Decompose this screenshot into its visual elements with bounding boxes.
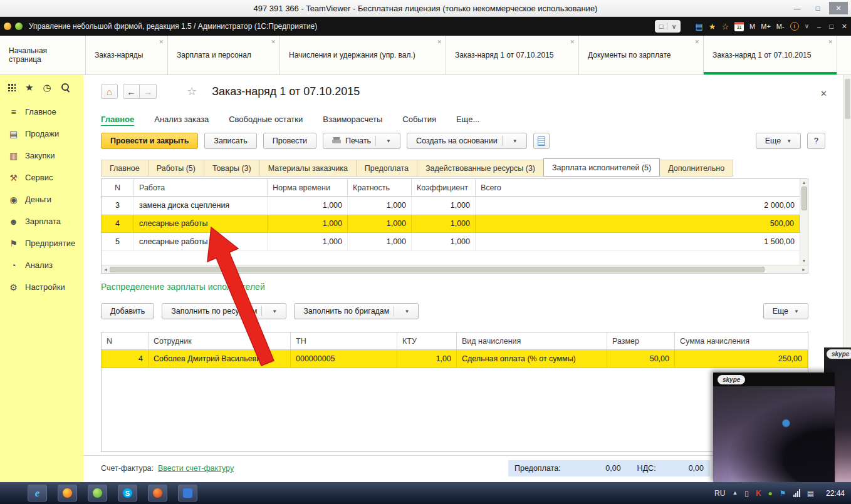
cell-employee[interactable]: Соболев Дмитрий Васильевич (149, 350, 291, 368)
column-header[interactable]: N (102, 332, 149, 349)
sidebar-item-analysis[interactable]: ◔ Анализ (0, 254, 83, 276)
close-tab-icon[interactable]: ✕ (271, 39, 276, 45)
cell-norm[interactable]: 1,000 (268, 215, 348, 233)
scroll-up-icon[interactable]: ▲ (802, 179, 807, 187)
status-green-icon[interactable]: ● (768, 490, 773, 497)
tab-works[interactable]: Работы (5) (148, 160, 204, 177)
close-tab-icon[interactable]: ✕ (437, 39, 442, 45)
close-icon[interactable]: ✕ (829, 2, 848, 14)
cell-n[interactable]: 5 (102, 233, 134, 251)
more-button[interactable]: Еще ▼ (756, 133, 801, 149)
column-header[interactable]: Норма времени (268, 179, 348, 196)
tab-customer-materials[interactable]: Материалы заказчика (259, 160, 356, 177)
sidebar-item-sales[interactable]: ▤ Продажи (0, 123, 83, 145)
horizontal-scrollbar[interactable]: ◄ ► (102, 265, 808, 273)
sidebar-item-purchases[interactable]: ▥ Закупки (0, 145, 83, 167)
post-button[interactable]: Провести (263, 133, 316, 149)
tab-work-order-1-active[interactable]: Заказ-наряд 1 от 07.10.2015 ✕ (704, 36, 837, 75)
column-header[interactable]: Вид начисления (457, 332, 607, 349)
nav-link-free-stock[interactable]: Свободные остатки (229, 115, 303, 126)
scroll-down-icon[interactable]: ▼ (802, 257, 807, 265)
cell-mult[interactable]: 1,000 (348, 197, 412, 215)
close-form-icon[interactable]: ✕ (820, 89, 827, 98)
nav-link-events[interactable]: События (402, 115, 436, 126)
table-row-selected[interactable]: 4 слесарные работы 1,000 1,000 1,000 500… (102, 215, 800, 233)
cell-mult[interactable]: 1,000 (348, 215, 412, 233)
close-tab-icon[interactable]: ✕ (159, 39, 164, 45)
tab-resources[interactable]: Задействованные ресурсы (3) (417, 160, 543, 177)
print-button[interactable]: Печать ▼ (323, 133, 400, 149)
network-signal-icon[interactable] (793, 489, 800, 497)
chevron-down-icon[interactable]: ▼ (386, 138, 391, 144)
sections-menu-icon[interactable] (8, 83, 16, 91)
column-header[interactable]: ТН (291, 332, 397, 349)
vertical-scrollbar[interactable]: ▲ ▼ (800, 179, 808, 265)
table-row[interactable]: 5 слесарные работы 1,000 1,000 1,000 1 5… (102, 233, 800, 251)
column-header[interactable]: КТУ (397, 332, 457, 349)
scroll-left-icon[interactable]: ◄ (102, 267, 110, 272)
scroll-thumb[interactable] (845, 79, 850, 119)
tab-main[interactable]: Главное (101, 160, 148, 177)
favorites-star-icon[interactable]: ★ (25, 83, 33, 92)
cell-norm[interactable]: 1,000 (268, 197, 348, 215)
taskbar-item-mirc[interactable] (88, 485, 107, 501)
cell-work[interactable]: слесарные работы (134, 233, 268, 251)
close-tab-icon[interactable]: ✕ (828, 39, 833, 45)
column-header[interactable]: Работа (134, 179, 268, 196)
tab-salary-personnel[interactable]: Зарплата и персонал ✕ (168, 36, 280, 75)
nav-link-main[interactable]: Главное (101, 115, 134, 126)
column-header[interactable]: Коэффициент (412, 179, 476, 196)
cell-ktu[interactable]: 1,00 (397, 350, 457, 368)
fill-by-resources-button[interactable]: Заполнить по ресурсам ▼ (162, 303, 286, 319)
save-button[interactable]: Записать (204, 133, 256, 149)
home-button[interactable]: ⌂ (101, 84, 118, 99)
minimize-icon[interactable]: – (817, 23, 821, 30)
flag-icon[interactable]: ⚑ (780, 490, 786, 497)
cell-coef[interactable]: 1,000 (412, 215, 476, 233)
document-report-button[interactable] (533, 133, 550, 149)
calendar-icon[interactable]: 31 (734, 22, 744, 31)
scroll-right-icon[interactable]: ► (800, 267, 808, 272)
sidebar-item-money[interactable]: ◉ Деньги (0, 188, 83, 210)
chevron-down-icon[interactable]: ▼ (794, 309, 799, 314)
cell-work[interactable]: замена диска сцепления (134, 197, 268, 215)
tab-executor-salary[interactable]: Зарплата исполнителей (5) (543, 158, 660, 177)
cell-n[interactable]: 4 (102, 215, 134, 233)
add-button[interactable]: Добавить (101, 303, 154, 319)
tab-work-orders[interactable]: Заказ-наряды ✕ (86, 36, 168, 75)
taskbar-item-opera[interactable] (148, 485, 167, 501)
close-tab-icon[interactable]: ✕ (694, 39, 699, 45)
cell-tn[interactable]: 000000005 (291, 350, 397, 368)
chevron-down-icon[interactable]: ∨ (805, 23, 809, 29)
fill-by-brigades-button[interactable]: Заполнить по бригадам ▼ (294, 303, 419, 319)
taskbar-item-ie[interactable]: e (28, 485, 47, 501)
column-header[interactable]: Кратность (348, 179, 412, 196)
fullscreen-icon[interactable]: □ (659, 23, 664, 30)
enter-invoice-link[interactable]: Ввести счет-фактуру (158, 464, 234, 473)
cell-coef[interactable]: 1,000 (412, 233, 476, 251)
maximize-icon[interactable]: □ (808, 2, 827, 14)
search-icon[interactable] (61, 83, 70, 92)
show-hidden-icons-icon[interactable]: ▲ (732, 490, 738, 496)
memory-mplus-button[interactable]: M+ (761, 23, 771, 30)
more-button[interactable]: Еще ▼ (763, 303, 808, 319)
tab-goods[interactable]: Товары (3) (204, 160, 259, 177)
sidebar-item-enterprise[interactable]: ⚑ Предприятие (0, 232, 83, 254)
favorite-star-icon[interactable]: ☆ (187, 85, 197, 98)
close-tab-icon[interactable]: ✕ (570, 39, 575, 45)
cell-total[interactable]: 2 000,00 (476, 197, 800, 215)
table-row-selected[interactable]: 4 Соболев Дмитрий Васильевич 000000005 1… (102, 350, 808, 368)
cell-n[interactable]: 3 (102, 197, 134, 215)
sidebar-item-settings[interactable]: ⚙ Настройки (0, 276, 83, 298)
teamviewer-session-panel[interactable]: □ ∨ (655, 20, 681, 33)
table-row[interactable]: 3 замена диска сцепления 1,000 1,000 1,0… (102, 197, 800, 215)
back-button[interactable]: ← (123, 84, 140, 99)
cell-mult[interactable]: 1,000 (348, 233, 412, 251)
nav-link-settlements[interactable]: Взаиморасчеты (323, 115, 382, 126)
column-header[interactable]: Сотрудник (149, 332, 291, 349)
usb-device-icon[interactable]: ▯ (744, 490, 749, 497)
taskbar-clock[interactable]: 22:44 (826, 489, 845, 498)
service-functions-icon[interactable]: ▤ (695, 23, 702, 31)
chevron-down-icon[interactable]: ▼ (513, 138, 518, 144)
close-icon[interactable]: ✕ (842, 23, 847, 31)
